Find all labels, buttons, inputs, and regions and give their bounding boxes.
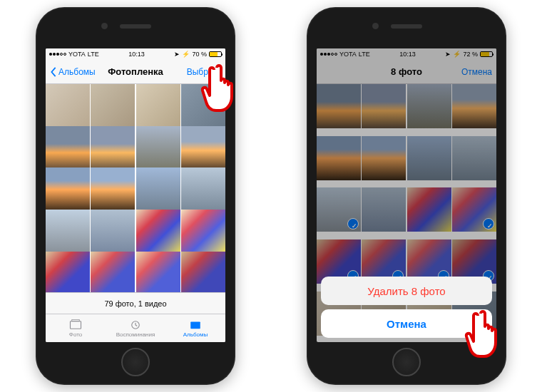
cancel-nav-button[interactable]: Отмена	[461, 67, 492, 77]
action-sheet: Удалить 8 фото Отмена	[321, 277, 492, 338]
tab-photos[interactable]: Фото	[46, 314, 106, 342]
svg-rect-0	[71, 321, 81, 329]
tab-label: Альбомы	[183, 331, 208, 338]
photo-thumb[interactable]	[46, 167, 90, 212]
battery-label: 72 %	[463, 51, 478, 58]
photos-icon	[69, 319, 82, 331]
page-title: Фотопленка	[108, 66, 163, 77]
photo-thumb[interactable]	[452, 187, 496, 232]
phone-left: YOTA LTE 10:13 ➤ ⚡ 70 % Альбомы Фотоплен…	[36, 7, 235, 385]
photo-thumb[interactable]	[407, 187, 451, 232]
nav-bar: Альбомы Фотопленка Выбрать	[46, 60, 225, 84]
photo-thumb[interactable]	[181, 126, 225, 170]
photo-thumb[interactable]	[317, 187, 361, 232]
tab-label: Воспоминания	[116, 331, 155, 338]
photo-thumb[interactable]	[91, 252, 135, 292]
chevron-left-icon	[50, 67, 57, 77]
photo-grid[interactable]	[46, 84, 225, 292]
network-label: LTE	[88, 51, 99, 58]
tab-albums[interactable]: Альбомы	[165, 314, 225, 342]
back-button[interactable]: Альбомы	[50, 67, 96, 77]
svg-rect-3	[190, 321, 200, 329]
svg-rect-1	[72, 319, 80, 321]
screen-left: YOTA LTE 10:13 ➤ ⚡ 70 % Альбомы Фотоплен…	[46, 48, 225, 342]
phone-right: YOTA LTE 10:13 ➤ ⚡ 72 % 8 фото Отмена Уд…	[307, 7, 506, 385]
photo-thumb[interactable]	[91, 126, 135, 170]
photo-thumb[interactable]	[452, 136, 496, 180]
carrier-label: YOTA	[68, 51, 86, 58]
tab-label: Фото	[69, 331, 82, 338]
battery-label: 70 %	[192, 51, 207, 58]
select-button[interactable]: Выбрать	[187, 67, 221, 77]
screen-right: YOTA LTE 10:13 ➤ ⚡ 72 % 8 фото Отмена Уд…	[317, 48, 496, 342]
photo-thumb[interactable]	[407, 84, 451, 128]
memories-icon	[129, 319, 142, 331]
photo-thumb[interactable]	[46, 210, 90, 254]
tab-bar: Фото Воспоминания Альбомы	[46, 314, 225, 342]
photo-thumb[interactable]	[46, 84, 90, 128]
photo-thumb[interactable]	[362, 136, 406, 180]
photo-thumb[interactable]	[136, 84, 180, 128]
carrier-label: YOTA	[339, 51, 357, 58]
photo-thumb[interactable]	[136, 126, 180, 170]
photo-thumb[interactable]	[317, 136, 361, 180]
page-title: 8 фото	[391, 66, 422, 77]
photo-thumb[interactable]	[181, 210, 225, 254]
location-icon: ➤	[174, 51, 180, 58]
photo-thumb[interactable]	[136, 210, 180, 254]
battery-icon	[480, 51, 493, 57]
photo-thumb[interactable]	[362, 84, 406, 128]
delete-button[interactable]: Удалить 8 фото	[321, 277, 492, 305]
tab-memories[interactable]: Воспоминания	[106, 314, 165, 342]
photo-thumb[interactable]	[407, 136, 451, 180]
status-bar: YOTA LTE 10:13 ➤ ⚡ 70 %	[46, 48, 225, 60]
photo-thumb[interactable]	[452, 84, 496, 128]
battery-icon	[209, 51, 222, 57]
photo-thumb[interactable]	[91, 210, 135, 254]
photo-thumb[interactable]	[136, 167, 180, 212]
cancel-button[interactable]: Отмена	[321, 309, 492, 338]
photo-thumb[interactable]	[91, 84, 135, 128]
photo-thumb[interactable]	[317, 84, 361, 128]
location-icon: ➤	[445, 51, 451, 58]
photo-thumb[interactable]	[181, 252, 225, 292]
photo-thumb[interactable]	[46, 252, 90, 292]
photo-thumb[interactable]	[46, 126, 90, 170]
status-bar: YOTA LTE 10:13 ➤ ⚡ 72 %	[317, 48, 496, 60]
time-label: 10:13	[128, 51, 145, 58]
photo-thumb[interactable]	[91, 167, 135, 212]
back-label: Альбомы	[58, 67, 96, 77]
albums-icon	[189, 319, 202, 331]
home-button[interactable]	[121, 348, 150, 376]
photo-thumb[interactable]	[181, 84, 225, 128]
home-button[interactable]	[392, 348, 421, 376]
photo-thumb[interactable]	[181, 167, 225, 212]
photo-thumb[interactable]	[136, 252, 180, 292]
photo-thumb[interactable]	[362, 187, 406, 232]
network-label: LTE	[359, 51, 370, 58]
nav-bar: 8 фото Отмена	[317, 60, 496, 84]
time-label: 10:13	[399, 51, 416, 58]
footer-count: 79 фото, 1 видео	[46, 292, 225, 314]
